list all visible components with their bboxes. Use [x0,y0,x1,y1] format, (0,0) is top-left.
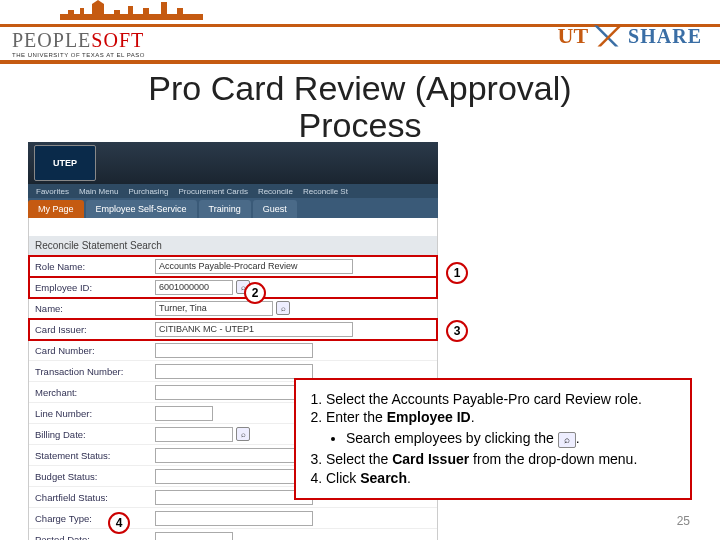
input-card-number[interactable] [155,343,313,358]
logo-subtitle: THE UNIVERSITY OF TEXAS AT EL PASO [12,52,145,58]
utep-badge: UTEP [34,145,96,181]
label-transaction-number: Transaction Number: [35,366,155,377]
peoplesoft-logo: PEOPLESOFT THE UNIVERSITY OF TEXAS AT EL… [12,30,145,58]
title-line-2: Process [0,107,720,144]
slide-header: PEOPLESOFT THE UNIVERSITY OF TEXAS AT EL… [0,0,720,64]
input-posted-date[interactable] [155,532,233,541]
row-charge-type: Charge Type: [29,508,437,529]
callout-3: 3 [446,320,468,342]
label-merchant: Merchant: [35,387,155,398]
label-card-issuer: Card Issuer: [35,324,155,335]
callout-1: 1 [446,262,468,284]
row-name: Name: Turner, Tina ⌕ [29,298,437,319]
callout-4: 4 [108,512,130,534]
breadcrumb-item[interactable]: Procurement Cards [179,187,248,196]
input-transaction-number[interactable] [155,364,313,379]
skyline-silhouette [60,0,360,26]
page-number: 25 [677,514,690,528]
breadcrumb-item[interactable]: Favorites [36,187,69,196]
tab-guest[interactable]: Guest [253,200,297,218]
utshare-logo: UT SHARE [558,22,702,50]
instruction-2: Enter the Employee ID. Search employees … [326,408,676,448]
select-charge-type[interactable] [155,511,313,526]
title-line-1: Pro Card Review (Approval) [0,70,720,107]
breadcrumb-item[interactable]: Reconcile St [303,187,348,196]
instruction-3: Select the Card Issuer from the drop-dow… [326,450,676,469]
instruction-box: Select the Accounts Payable-Pro card Rev… [294,378,692,500]
input-employee-id[interactable]: 6001000000 [155,280,233,295]
breadcrumb-item[interactable]: Purchasing [128,187,168,196]
section-title: Reconcile Statement Search [29,236,437,256]
breadcrumb: Favorites Main Menu Purchasing Procureme… [28,184,438,198]
label-chartfield-status: Chartfield Status: [35,492,155,503]
instruction-1: Select the Accounts Payable-Pro card Rev… [326,390,676,409]
breadcrumb-item[interactable]: Main Menu [79,187,119,196]
logo-text-ut: UT [558,23,589,49]
select-chartfield-status[interactable] [155,490,313,505]
lookup-icon[interactable]: ⌕ [236,427,250,441]
slide-title: Pro Card Review (Approval) Process [0,70,720,145]
tab-bar: My Page Employee Self-Service Training G… [28,198,438,218]
label-name: Name: [35,303,155,314]
label-role-name: Role Name: [35,261,155,272]
row-card-issuer: Card Issuer: CITIBANK MC - UTEP1 [29,319,437,340]
label-line-number: Line Number: [35,408,155,419]
row-employee-id: Employee ID: 6001000000 ⌕ [29,277,437,298]
tab-employee-self-service[interactable]: Employee Self-Service [86,200,197,218]
breadcrumb-item[interactable]: Reconcile [258,187,293,196]
lookup-icon[interactable]: ⌕ [276,301,290,315]
tab-my-page[interactable]: My Page [28,200,84,218]
instruction-4: Click Search. [326,469,676,488]
select-budget-status[interactable] [155,469,313,484]
callout-2: 2 [244,282,266,304]
input-billing-date[interactable] [155,427,233,442]
tab-training[interactable]: Training [199,200,251,218]
row-card-number: Card Number: [29,340,437,361]
instruction-2-bullet: Search employees by clicking the ⌕. [346,429,676,448]
row-role-name: Role Name: Accounts Payable-Procard Revi… [29,256,437,277]
select-card-issuer[interactable]: CITIBANK MC - UTEP1 [155,322,353,337]
logo-text-share: SHARE [628,25,702,48]
label-billing-date: Billing Date: [35,429,155,440]
label-employee-id: Employee ID: [35,282,155,293]
label-posted-date: Posted Date: [35,534,155,541]
input-role-name[interactable]: Accounts Payable-Procard Review [155,259,353,274]
utshare-x-icon [594,22,622,50]
magnifier-icon: ⌕ [558,432,576,448]
logo-text-people: PEOPLE [12,29,91,51]
label-statement-status: Statement Status: [35,450,155,461]
label-card-number: Card Number: [35,345,155,356]
label-charge-type: Charge Type: [35,513,155,524]
logo-text-soft: SOFT [91,29,144,51]
row-posted-date: Posted Date: [29,529,437,540]
label-budget-status: Budget Status: [35,471,155,482]
input-merchant[interactable] [155,385,313,400]
input-line-number[interactable] [155,406,213,421]
select-statement-status[interactable] [155,448,313,463]
app-top-bar: UTEP [28,142,438,184]
